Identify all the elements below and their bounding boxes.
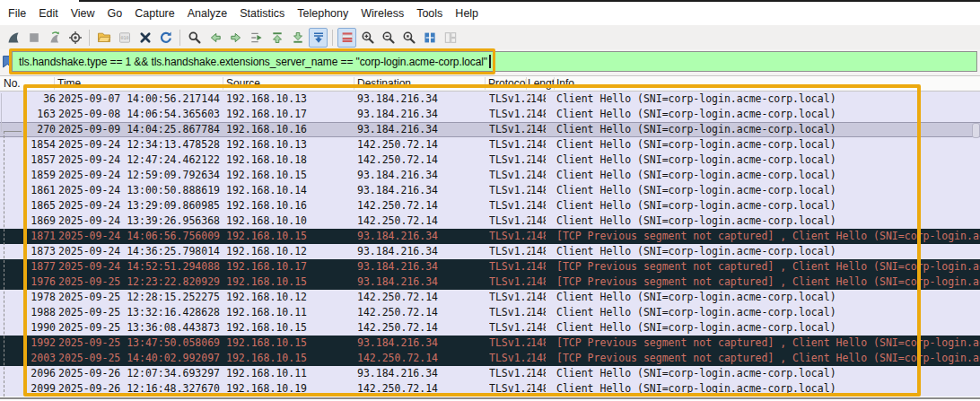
- packet-row-1988[interactable]: 19882025-09-25 13:32:16.428628192.168.10…: [0, 305, 980, 320]
- zoom-out-icon: [381, 31, 396, 45]
- toolbar-capture-stop-button[interactable]: [24, 28, 43, 48]
- column-separator[interactable]: [485, 77, 486, 90]
- cell-len: 148: [530, 259, 546, 275]
- packet-row-1859[interactable]: 18592025-09-24 12:59:09.792634192.168.10…: [0, 168, 980, 183]
- packet-row-1990[interactable]: 19902025-09-25 13:36:08.443873192.168.10…: [0, 320, 980, 336]
- packet-row-270[interactable]: 2702025-09-09 14:04:25.867784192.168.10.…: [0, 122, 980, 137]
- menu-file[interactable]: File: [2, 3, 32, 24]
- cell-src: 192.168.10.16: [226, 198, 357, 214]
- packet-list-header: No.TimeSourceDestinationProtocolLengthIn…: [0, 75, 980, 92]
- column-header-no[interactable]: No.: [4, 76, 39, 91]
- column-separator[interactable]: [223, 77, 223, 90]
- toolbar-reload-button[interactable]: [156, 28, 175, 48]
- packet-row-2003[interactable]: 20032025-09-25 14:40:02.992097192.168.10…: [0, 351, 980, 366]
- display-filter-input[interactable]: tls.handshake.type == 1 && tls.handshake…: [12, 51, 977, 72]
- cell-src: 192.168.10.13: [226, 137, 357, 153]
- packet-row-1992[interactable]: 19922025-09-25 13:47:50.058069192.168.10…: [0, 336, 980, 351]
- cell-proto: TLSv1.2: [489, 351, 530, 366]
- packet-row-1857[interactable]: 18572025-09-24 12:47:24.462122192.168.10…: [0, 153, 980, 168]
- cell-proto: TLSv1.2: [489, 168, 530, 183]
- toolbar-resize-columns-button[interactable]: [420, 28, 439, 48]
- cell-no: 163: [5, 107, 56, 122]
- packet-row-1865[interactable]: 18652025-09-24 13:29:09.860985192.168.10…: [0, 198, 980, 214]
- column-header-destination[interactable]: Destination: [357, 76, 483, 91]
- cell-src: 192.168.10.15: [226, 168, 357, 183]
- packet-row-1871[interactable]: 18712025-09-24 14:06:56.756009192.168.10…: [0, 229, 980, 244]
- menu-tools[interactable]: Tools: [410, 3, 449, 24]
- toolbar-colorize-packets-button[interactable]: [337, 28, 356, 48]
- cell-src: 192.168.10.17: [226, 259, 357, 275]
- cell-time: 2025-09-25 13:36:08.443873: [58, 320, 223, 336]
- menu-capture[interactable]: Capture: [128, 3, 180, 24]
- packet-row-2096[interactable]: 20962025-09-26 12:07:34.693297192.168.10…: [0, 366, 980, 381]
- column-separator[interactable]: [554, 77, 555, 90]
- go-forward-icon: [229, 31, 243, 45]
- cell-no: 1859: [5, 168, 56, 183]
- toolbar-go-back-button[interactable]: [206, 28, 224, 48]
- toolbar-file-open-button[interactable]: [94, 28, 113, 48]
- cell-dst: 142.250.72.14: [357, 351, 489, 366]
- packet-row-36[interactable]: 362025-09-07 14:00:56.217144192.168.10.1…: [0, 92, 980, 107]
- menu-view[interactable]: View: [65, 3, 101, 24]
- cell-dst: 142.250.72.14: [357, 137, 489, 153]
- menu-analyze[interactable]: Analyze: [181, 3, 233, 24]
- menu-help[interactable]: Help: [449, 3, 485, 24]
- toolbar-find-packet-button[interactable]: [185, 28, 204, 48]
- toolbar-auto-scroll-button[interactable]: [309, 28, 328, 48]
- cell-info: [TCP Previous segment not captured] , Cl…: [556, 351, 980, 366]
- cell-proto: TLSv1.2: [489, 366, 530, 381]
- packet-row-1861[interactable]: 18612025-09-24 13:00:50.888619192.168.10…: [0, 183, 980, 198]
- cell-dst: 93.184.216.34: [357, 259, 489, 275]
- cell-info: [TCP Previous segment not captured] , Cl…: [556, 229, 980, 244]
- cell-no: 2096: [5, 366, 56, 381]
- toolbar-file-save-button[interactable]: 010: [115, 28, 134, 48]
- toolbar-go-forward-button[interactable]: [226, 28, 245, 48]
- cell-dst: 142.250.72.14: [357, 198, 489, 214]
- cell-time: 2025-09-24 12:47:24.462122: [58, 153, 223, 168]
- packet-row-1873[interactable]: 18732025-09-24 14:36:25.798014192.168.10…: [0, 244, 980, 259]
- packet-row-1978[interactable]: 19782025-09-25 12:28:15.252275192.168.10…: [0, 290, 980, 305]
- toolbar-reset-layout-button[interactable]: [441, 28, 459, 48]
- toolbar-capture-options-button[interactable]: [66, 28, 84, 48]
- toolbar-go-to-packet-button[interactable]: [247, 28, 266, 48]
- scrollbar-thumb[interactable]: [972, 123, 980, 138]
- column-header-info[interactable]: Info: [556, 76, 736, 91]
- cell-info: Client Hello (SNI=corp-login.acme-corp.l…: [556, 92, 980, 107]
- toolbar-file-close-button[interactable]: [136, 28, 154, 48]
- cell-no: 2003: [5, 351, 56, 366]
- cell-no: 1871: [5, 229, 56, 244]
- toolbar-capture-start-button[interactable]: [4, 28, 22, 48]
- toolbar-go-last-packet-button[interactable]: [288, 28, 307, 48]
- toolbar-go-first-packet-button[interactable]: [267, 28, 286, 48]
- packet-row-2099[interactable]: 20992025-09-26 12:16:48.327670192.168.10…: [0, 381, 980, 397]
- menu-telephony[interactable]: Telephony: [291, 3, 354, 24]
- main-toolbar: 010: [0, 25, 980, 50]
- column-header-time[interactable]: Time: [57, 76, 219, 91]
- toolbar-zoom-in-button[interactable]: [358, 28, 377, 48]
- menu-wireless[interactable]: Wireless: [354, 3, 410, 24]
- toolbar-zoom-normal-size-button[interactable]: [399, 28, 418, 48]
- column-header-protocol[interactable]: Protocol: [488, 76, 526, 91]
- cell-dst: 142.250.72.14: [357, 214, 489, 229]
- packet-row-163[interactable]: 1632025-09-08 14:06:54.365603192.168.10.…: [0, 107, 980, 122]
- toolbar-zoom-out-button[interactable]: [379, 28, 398, 48]
- column-separator[interactable]: [354, 77, 354, 90]
- packet-row-1854[interactable]: 18542025-09-24 12:34:13.478528192.168.10…: [0, 137, 980, 153]
- cell-info: Client Hello (SNI=corp-login.acme-corp.l…: [556, 168, 980, 183]
- menu-edit[interactable]: Edit: [32, 3, 65, 24]
- column-header-source[interactable]: Source: [226, 76, 352, 91]
- column-separator[interactable]: [54, 77, 55, 90]
- cell-info: Client Hello (SNI=corp-login.acme-corp.l…: [556, 214, 980, 229]
- go-top-icon: [270, 31, 284, 45]
- cell-time: 2025-09-25 13:32:16.428628: [58, 305, 223, 320]
- column-header-length[interactable]: Length: [528, 76, 555, 91]
- cell-len: 148: [530, 229, 546, 244]
- packet-row-1976[interactable]: 19762025-09-25 12:23:22.820929192.168.10…: [0, 275, 980, 290]
- packet-row-1877[interactable]: 18772025-09-24 14:52:51.294088192.168.10…: [0, 259, 980, 275]
- packet-row-1869[interactable]: 18692025-09-24 13:39:26.956368192.168.10…: [0, 214, 980, 229]
- menu-go[interactable]: Go: [101, 3, 129, 24]
- column-separator[interactable]: [526, 77, 527, 90]
- cell-info: Client Hello (SNI=corp-login.acme-corp.l…: [556, 290, 980, 305]
- toolbar-capture-restart-button[interactable]: [45, 28, 64, 48]
- menu-statistics[interactable]: Statistics: [233, 3, 291, 24]
